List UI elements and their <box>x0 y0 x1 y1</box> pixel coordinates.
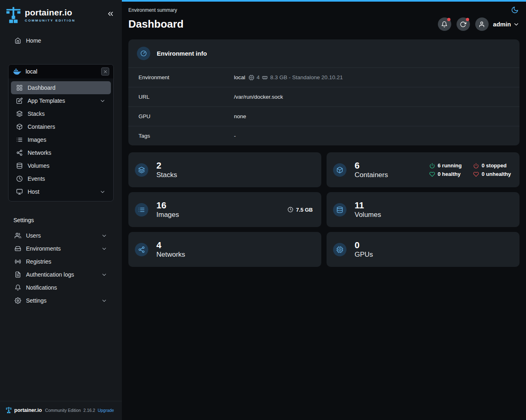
brand-text: portainer.io COMMUNITY EDITION <box>25 8 76 22</box>
sidebar-item-authentication-logs[interactable]: Authentication logs <box>8 268 114 281</box>
gpus-card[interactable]: 0 GPUs <box>327 232 520 267</box>
environment-close-button[interactable] <box>101 67 109 76</box>
card-text: 0 GPUs <box>355 240 373 259</box>
gear-icon <box>15 297 21 304</box>
networks-icon-circle <box>135 243 148 256</box>
hard-drive-icon <box>15 245 21 252</box>
networks-count: 4 <box>156 240 185 251</box>
sidebar-item-label: Host <box>28 188 39 195</box>
settings-nav: Users Environments Registries Authentica… <box>0 229 122 307</box>
portainer-logo[interactable]: portainer.io COMMUNITY EDITION <box>6 6 76 24</box>
sidebar-item-notifications[interactable]: Notifications <box>8 281 114 294</box>
breadcrumb-row: Environment summary <box>122 2 526 14</box>
sidebar-collapse-button[interactable] <box>106 10 115 19</box>
notification-badge-dot <box>447 18 450 21</box>
sidebar-item-label: Containers <box>28 123 55 130</box>
url-row: URL /var/run/docker.sock <box>128 87 520 106</box>
memory-icon <box>262 75 268 80</box>
sidebar-item-registries[interactable]: Registries <box>8 255 114 268</box>
sidebar-footer: portainer.io Community Edition 2.16.2 Up… <box>0 401 122 420</box>
dashboard-cards: 2 Stacks 6 Containers 6 running <box>128 152 520 267</box>
sidebar-item-events[interactable]: Events <box>11 172 111 185</box>
settings-section-header: Settings <box>13 217 122 223</box>
sidebar-header: portainer.io COMMUNITY EDITION <box>0 0 122 24</box>
sidebar-item-label: Users <box>26 232 41 239</box>
sidebar-item-label: Volumes <box>28 162 50 169</box>
networks-card[interactable]: 4 Networks <box>128 232 321 267</box>
sidebar-item-containers[interactable]: Containers <box>11 120 111 133</box>
chevron-down-icon <box>101 246 107 252</box>
sidebar-item-dashboard[interactable]: Dashboard <box>11 81 111 94</box>
home-icon <box>15 37 21 44</box>
monitor-icon <box>16 188 23 195</box>
card-text: 6 Containers <box>355 160 388 179</box>
sidebar-item-stacks[interactable]: Stacks <box>11 107 111 120</box>
breadcrumb: Environment summary <box>128 7 177 13</box>
sidebar-item-label: App Templates <box>28 97 65 104</box>
card-text: 16 Images <box>156 200 179 219</box>
sidebar-item-settings[interactable]: Settings <box>8 294 114 307</box>
gpu-row: GPU none <box>128 106 520 126</box>
status-label: 0 unhealthy <box>482 171 511 177</box>
brand-name: portainer.io <box>25 8 76 17</box>
networks-label: Networks <box>156 251 185 259</box>
username[interactable]: admin <box>493 21 511 28</box>
update-available-button[interactable] <box>457 17 470 31</box>
containers-count: 6 <box>355 160 388 171</box>
sidebar-item-users[interactable]: Users <box>8 229 114 242</box>
sidebar-item-host[interactable]: Host <box>11 185 111 198</box>
theme-toggle-moon-icon[interactable] <box>511 6 519 14</box>
chevron-down-icon <box>101 272 107 278</box>
sidebar-item-volumes[interactable]: Volumes <box>11 159 111 172</box>
environment-name: local <box>26 68 37 75</box>
clock-icon <box>16 175 23 182</box>
sidebar-item-images[interactable]: Images <box>11 133 111 146</box>
box-icon <box>336 167 343 173</box>
stacks-card[interactable]: 2 Stacks <box>128 152 321 187</box>
images-size-value: 7.5 GB <box>296 207 313 213</box>
sidebar-item-label: Authentication logs <box>26 271 74 278</box>
user-menu-chevron-icon[interactable] <box>513 21 520 28</box>
info-label: URL <box>139 94 234 100</box>
chevron-down-icon <box>100 189 106 195</box>
footer-brand: portainer.io <box>14 407 42 413</box>
panel-title: Environment info <box>157 50 207 57</box>
sidebar-item-app-templates[interactable]: App Templates <box>11 94 111 107</box>
heart-icon <box>473 171 479 177</box>
footer-edition: Community Edition <box>45 408 81 413</box>
tags-value: - <box>234 133 236 139</box>
containers-card[interactable]: 6 Containers 6 running 0 stopped 0 healt… <box>327 152 520 187</box>
info-value: local 4 8.3 GB - Standalone 20.10.21 <box>234 74 343 80</box>
portainer-logo-icon <box>6 6 21 24</box>
layers-icon <box>16 110 23 117</box>
power-icon <box>473 163 479 169</box>
status-running: 6 running <box>429 162 462 169</box>
sidebar-item-networks[interactable]: Networks <box>11 146 111 159</box>
gauge-icon-circle <box>137 47 150 60</box>
environment-info-panel: Environment info Environment local 4 8.3… <box>128 39 520 145</box>
volumes-card[interactable]: 11 Volumes <box>327 192 520 227</box>
container-statuses: 6 running 0 stopped 0 healthy 0 unhealth… <box>429 162 511 177</box>
list-icon <box>138 206 145 213</box>
footer-upgrade-link[interactable]: Upgrade <box>97 408 114 413</box>
sidebar-item-label: Events <box>28 175 45 182</box>
heart-icon <box>429 171 435 177</box>
gpus-count: 0 <box>355 240 373 251</box>
url-value: /var/run/docker.sock <box>234 94 283 100</box>
notifications-button[interactable] <box>438 17 451 31</box>
gpu-value: none <box>234 113 246 119</box>
brand-subtitle: COMMUNITY EDITION <box>25 19 76 22</box>
images-icon-circle <box>135 203 148 216</box>
user-avatar[interactable] <box>475 17 489 31</box>
network-share-icon <box>138 246 145 253</box>
box-icon <box>16 123 23 130</box>
user-icon <box>478 21 485 28</box>
images-card[interactable]: 16 Images 7.5 GB <box>128 192 321 227</box>
status-healthy: 0 healthy <box>429 171 462 177</box>
sidebar-item-environments[interactable]: Environments <box>8 242 114 255</box>
sidebar-item-label: Images <box>28 136 46 143</box>
gpus-icon-circle <box>333 243 346 256</box>
environment-header[interactable]: local <box>9 65 113 78</box>
environment-specs: 4 8.3 GB - Standalone 20.10.21 <box>249 74 343 80</box>
sidebar-item-home[interactable]: Home <box>8 34 114 47</box>
